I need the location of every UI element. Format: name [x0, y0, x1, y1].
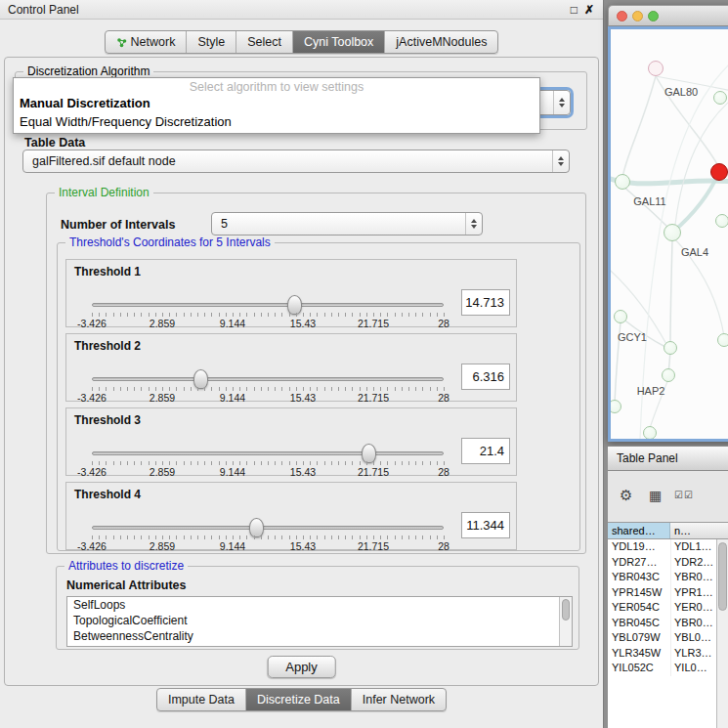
- selected-node[interactable]: [710, 163, 728, 181]
- cell[interactable]: YPR145W: [608, 585, 670, 601]
- table-row[interactable]: YBR045C YBR0…: [608, 616, 716, 631]
- table-scrollbar-thumb[interactable]: [718, 542, 727, 611]
- cell[interactable]: YBR045C: [608, 616, 670, 631]
- zoom-traffic-light[interactable]: [648, 11, 659, 21]
- threshold-2-value-box[interactable]: 6.316: [461, 364, 510, 390]
- table-scrollbar[interactable]: [716, 539, 728, 728]
- list-item[interactable]: SelfLoops: [67, 597, 572, 613]
- threshold-3-value-box[interactable]: 21.4: [461, 438, 510, 464]
- table-panel-header[interactable]: Table Panel: [608, 446, 728, 471]
- cell[interactable]: YDL19…: [608, 539, 670, 555]
- tab-label: Impute Data: [168, 693, 235, 707]
- list-item[interactable]: TopologicalCoefficient: [67, 613, 572, 628]
- cell[interactable]: YIL052C: [608, 661, 670, 676]
- scale-label: 9.144: [220, 318, 245, 329]
- network-node[interactable]: [664, 224, 681, 241]
- network-node[interactable]: [713, 91, 727, 105]
- table-row[interactable]: YER054C YER0…: [608, 600, 716, 616]
- tab-style[interactable]: Style: [187, 31, 236, 53]
- table-row[interactable]: YPR145W YPR1…: [608, 585, 716, 601]
- spinner-arrows-icon[interactable]: [465, 213, 482, 235]
- cell[interactable]: YBR0…: [670, 616, 716, 631]
- slider-thumb[interactable]: [287, 295, 302, 315]
- tab-infer-network[interactable]: Infer Network: [352, 689, 446, 710]
- combo-arrows-icon[interactable]: [553, 91, 570, 114]
- cell[interactable]: YBL0…: [670, 630, 716, 646]
- cell[interactable]: YPR1…: [670, 585, 716, 601]
- interval-definition-group: Interval Definition Number of Intervals …: [46, 193, 586, 554]
- tab-label: Network: [131, 35, 176, 49]
- float-window-icon[interactable]: □: [571, 0, 578, 20]
- network-node[interactable]: [664, 341, 677, 355]
- slider-track[interactable]: [92, 526, 444, 530]
- cell[interactable]: YER054C: [608, 600, 670, 616]
- column-header-shared-name[interactable]: shared…: [608, 523, 670, 538]
- minimize-traffic-light[interactable]: [632, 11, 643, 21]
- table-row[interactable]: YDR27… YDR2…: [608, 555, 716, 571]
- table-row[interactable]: YBR043C YBR0…: [608, 570, 716, 585]
- scale-label: -3.426: [77, 392, 107, 404]
- close-traffic-light[interactable]: [617, 11, 627, 21]
- network-node[interactable]: [608, 400, 621, 413]
- table-row[interactable]: YLR345W YLR3…: [608, 646, 716, 662]
- scale-label: 21.715: [358, 392, 389, 404]
- slider-track[interactable]: [92, 451, 444, 455]
- columns-icon[interactable]: ▦: [649, 488, 662, 503]
- cell[interactable]: YLR3…: [670, 646, 716, 662]
- tab-impute-data[interactable]: Impute Data: [157, 689, 246, 710]
- threshold-1-value-box[interactable]: 14.713: [461, 289, 510, 316]
- slider-track[interactable]: [92, 377, 444, 381]
- list-item[interactable]: BetweennessCentrality: [67, 628, 572, 644]
- cell[interactable]: YER0…: [670, 600, 716, 616]
- network-canvas[interactable]: GAL80GAL11GAL4GCY1HAP2: [611, 29, 728, 439]
- cell[interactable]: YDR2…: [670, 555, 716, 571]
- table-row[interactable]: YDL19… YDL1…: [608, 539, 716, 555]
- network-node[interactable]: [648, 61, 664, 76]
- scale-label: 9.144: [220, 466, 245, 478]
- list-scrollbar[interactable]: [559, 597, 572, 646]
- cell[interactable]: YDR27…: [608, 555, 670, 571]
- table-row[interactable]: YIL052C YIL0…: [608, 661, 716, 676]
- cell[interactable]: YIL0…: [670, 661, 716, 676]
- slider-thumb[interactable]: [249, 518, 264, 537]
- network-node[interactable]: [717, 333, 728, 347]
- list-scrollbar-thumb[interactable]: [562, 599, 570, 621]
- combo-arrows-icon[interactable]: [552, 150, 569, 172]
- scale-label: 9.144: [220, 392, 245, 404]
- network-node[interactable]: [614, 310, 627, 323]
- dropdown-option-equal-width-frequency[interactable]: Equal Width/Frequency Discretization: [20, 113, 534, 131]
- cell[interactable]: YLR345W: [608, 646, 670, 662]
- tab-network[interactable]: Network: [106, 31, 188, 53]
- tab-jactivemnodules[interactable]: jActiveMNodules: [385, 31, 497, 53]
- column-header-name[interactable]: n…: [670, 523, 728, 538]
- tab-cyni-toolbox[interactable]: Cyni Toolbox: [293, 31, 385, 53]
- threshold-4-value-box[interactable]: 11.344: [461, 512, 510, 538]
- cell[interactable]: YBR0…: [670, 570, 716, 585]
- slider-track[interactable]: [92, 303, 444, 307]
- table-row[interactable]: YBL079W YBL0…: [608, 630, 716, 646]
- cell[interactable]: YDL1…: [670, 539, 716, 555]
- cell[interactable]: YBL079W: [608, 630, 670, 646]
- gear-icon[interactable]: ⚙: [620, 487, 632, 504]
- network-node[interactable]: [662, 368, 675, 382]
- threshold-4-block: Threshold 4 11.344 -3.426 2.859 9.144: [65, 482, 517, 550]
- attributes-to-discretize-group: Attributes to discretize Numerical Attri…: [56, 566, 579, 650]
- number-of-intervals-spinner[interactable]: 5: [211, 212, 483, 236]
- select-columns-icon[interactable]: ☑☑: [674, 490, 694, 500]
- apply-button[interactable]: Apply: [267, 656, 336, 678]
- node-label: GAL11: [633, 195, 665, 207]
- slider-thumb[interactable]: [362, 444, 376, 463]
- network-node[interactable]: [615, 174, 630, 190]
- close-window-icon[interactable]: ✗: [584, 0, 594, 20]
- numerical-attributes-list[interactable]: SelfLoops TopologicalCoefficient Between…: [66, 596, 573, 647]
- network-node[interactable]: [643, 426, 657, 440]
- cell[interactable]: YBR043C: [608, 570, 670, 585]
- slider-thumb[interactable]: [193, 369, 208, 389]
- network-node[interactable]: [715, 214, 728, 228]
- table-data-select[interactable]: galFiltered.sif default node: [22, 150, 570, 173]
- top-tab-bar: Network Style Select Cyni Toolbox jActiv…: [0, 30, 603, 54]
- dropdown-option-manual-discretization[interactable]: Manual Discretization: [20, 95, 534, 112]
- tab-select[interactable]: Select: [236, 31, 293, 53]
- network-window-titlebar[interactable]: [608, 5, 728, 26]
- tab-discretize-data[interactable]: Discretize Data: [246, 689, 352, 710]
